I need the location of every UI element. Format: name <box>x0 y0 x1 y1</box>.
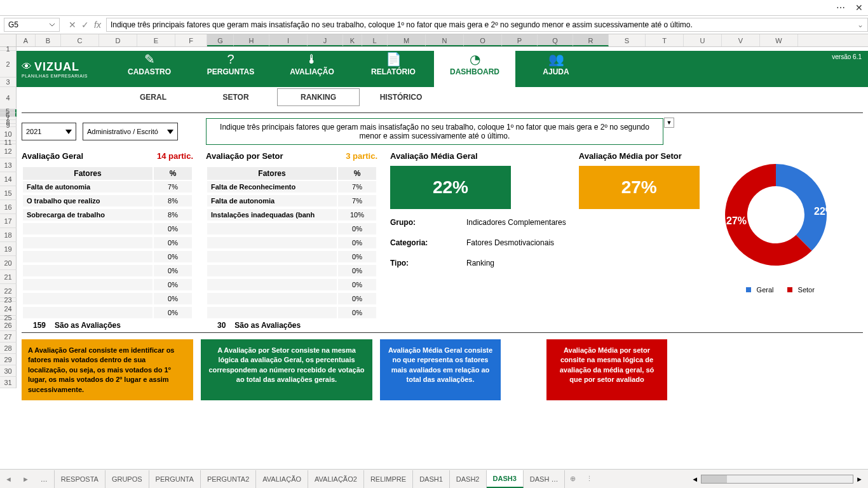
column-header[interactable]: S <box>609 34 646 46</box>
row-header[interactable]: 4 <box>0 87 17 109</box>
row-header[interactable]: 21 <box>0 270 17 284</box>
sheet-tab[interactable]: AVALIAÇÃO2 <box>308 470 364 488</box>
sheet-tab[interactable]: PERGUNTA2 <box>201 470 256 488</box>
media-geral-card: 22% <box>390 166 511 209</box>
column-header[interactable]: K <box>343 34 362 46</box>
table-row: Falta de autonomia7% <box>207 195 376 208</box>
fx-icon[interactable]: fx <box>94 20 101 30</box>
column-header[interactable]: U <box>684 34 722 46</box>
column-headers: ABCDEFGHIJKLMNOPQRSTUVW <box>0 34 868 47</box>
sheet-nav-next[interactable]: ► <box>17 475 34 483</box>
desc-setor: A Avaliação por Setor consiste na mesma … <box>201 339 372 400</box>
nav-cadastro[interactable]: ✎CADASTRO <box>109 51 190 87</box>
sheet-tab[interactable]: GRUPOS <box>105 470 149 488</box>
table-row: 0% <box>207 223 376 236</box>
table-row: 0% <box>207 265 376 278</box>
column-header[interactable]: H <box>234 34 269 46</box>
row-header[interactable]: 15 <box>0 186 17 200</box>
column-header[interactable]: L <box>362 34 388 46</box>
column-header[interactable]: G <box>207 34 234 46</box>
window-titlebar: ⋯ ✕ <box>0 0 868 15</box>
nav-relatório[interactable]: 📄RELATÓRIO <box>353 51 434 87</box>
row-header[interactable]: 18 <box>0 228 17 242</box>
horizontal-scrollbar[interactable]: ◄ ► <box>691 475 868 484</box>
table-row: 0% <box>23 279 192 292</box>
question-dropdown-icon[interactable]: ▼ <box>664 118 674 128</box>
column-header[interactable]: P <box>502 34 538 46</box>
more-icon[interactable]: ⋯ <box>836 3 845 13</box>
sector-dropdown[interactable]: Administrativo / Escritó <box>83 123 178 140</box>
table-row: Instalações inadequadas (banh10% <box>207 209 376 222</box>
close-icon[interactable]: ✕ <box>855 3 863 13</box>
sheet-tab[interactable]: AVALIAÇÃO <box>256 470 308 488</box>
column-header[interactable]: W <box>760 34 798 46</box>
column-header[interactable]: T <box>646 34 684 46</box>
nav-perguntas[interactable]: ?PERGUNTAS <box>190 51 271 87</box>
row-header[interactable]: 17 <box>0 214 17 228</box>
row-header[interactable]: 12 <box>0 144 17 158</box>
table-row: 0% <box>23 223 192 236</box>
column-header[interactable]: I <box>269 34 308 46</box>
app-logo: 👁 VIZUAL PLANILHAS EMPRESARIAIS <box>17 60 109 78</box>
sheet-tab[interactable]: DASH3 <box>487 470 524 488</box>
column-header[interactable]: V <box>722 34 760 46</box>
table-row: 0% <box>207 307 376 320</box>
chevron-down-icon <box>167 130 173 134</box>
subtab-setor[interactable]: SETOR <box>194 89 277 105</box>
sheet-tab[interactable]: DASH … <box>524 470 566 488</box>
media-geral-title: Avaliação Média Geral <box>390 151 566 161</box>
row-header[interactable]: 28 <box>0 342 17 354</box>
subtab-histórico[interactable]: HISTÓRICO <box>360 89 442 105</box>
row-header[interactable]: 20 <box>0 256 17 270</box>
column-header[interactable]: C <box>61 34 99 46</box>
column-header[interactable]: D <box>99 34 137 46</box>
column-header[interactable]: Q <box>538 34 573 46</box>
row-header[interactable]: 26 <box>0 320 17 331</box>
nav-dashboard[interactable]: ◔DASHBOARD <box>434 51 515 87</box>
subtab-geral[interactable]: GERAL <box>112 89 194 105</box>
column-header[interactable]: J <box>308 34 343 46</box>
setor-title: Avaliação por Setor <box>206 151 283 161</box>
row-header[interactable]: 3 <box>0 78 17 87</box>
name-box[interactable]: G5 <box>4 18 60 32</box>
sheet-tab[interactable]: RELIMPRE <box>364 470 413 488</box>
column-header[interactable]: A <box>17 34 36 46</box>
sheet-tab[interactable]: DASH2 <box>450 470 487 488</box>
nav-ajuda[interactable]: 👥AJUDA <box>515 51 597 87</box>
row-header[interactable]: 14 <box>0 172 17 186</box>
cancel-icon[interactable]: ✕ <box>69 20 76 30</box>
column-header[interactable]: R <box>573 34 609 46</box>
column-header[interactable]: M <box>388 34 426 46</box>
column-header[interactable]: O <box>464 34 502 46</box>
expand-formula-icon[interactable]: ⌄ <box>857 20 864 29</box>
row-header[interactable]: 2 <box>0 51 17 78</box>
row-header[interactable]: 30 <box>0 365 17 377</box>
row-header[interactable]: 13 <box>0 158 17 172</box>
column-header[interactable]: E <box>137 34 175 46</box>
column-header[interactable]: F <box>175 34 207 46</box>
sheet-tab[interactable]: RESPOSTA <box>55 470 105 488</box>
year-dropdown[interactable]: 2021 <box>22 123 76 140</box>
formula-input[interactable]: Indique três principais fatores que gera… <box>106 18 868 32</box>
table-row: Falta de Reconhecimento7% <box>207 181 376 194</box>
column-header[interactable]: B <box>36 34 61 46</box>
nav-avaliação[interactable]: 🌡AVALIAÇÃO <box>271 51 353 87</box>
column-header[interactable]: N <box>426 34 464 46</box>
geral-title: Avaliação Geral <box>22 151 83 161</box>
add-sheet-icon[interactable]: ⊕ <box>565 475 581 483</box>
description-row: A Avaliação Geral consiste em identifica… <box>17 333 868 407</box>
row-header[interactable]: 27 <box>0 331 17 342</box>
row-header[interactable]: 29 <box>0 354 17 365</box>
question-cell[interactable]: Indique três principais fatores que gera… <box>206 118 663 145</box>
sheet-nav-prev[interactable]: ◄ <box>0 475 17 483</box>
row-header[interactable]: 31 <box>0 377 17 388</box>
sheet-more[interactable]: … <box>34 470 55 488</box>
subtab-ranking[interactable]: RANKING <box>277 88 360 106</box>
desc-media-setor: Avaliação Média por setor consite na mes… <box>546 339 667 400</box>
row-header[interactable]: 16 <box>0 200 17 214</box>
geral-table: Fatores% Falta de autonomia7%O trabalho … <box>22 166 193 321</box>
confirm-icon[interactable]: ✓ <box>81 20 89 30</box>
row-header[interactable]: 19 <box>0 242 17 256</box>
sheet-tab[interactable]: DASH1 <box>413 470 450 488</box>
sheet-tab[interactable]: PERGUNTA <box>149 470 201 488</box>
